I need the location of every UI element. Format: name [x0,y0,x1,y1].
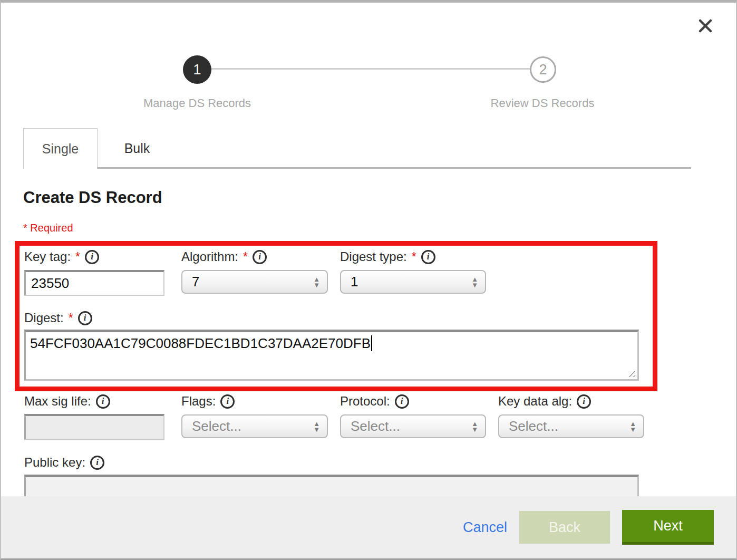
stepper-label-review: Review DS Records [491,96,595,110]
flags-select-value: Select... [192,418,241,435]
info-icon[interactable]: i [395,394,409,409]
flags-select[interactable]: Select... ▲▼ [181,414,328,438]
select-spinner-icon: ▲▼ [313,276,320,288]
info-icon[interactable]: i [421,250,435,264]
required-asterisk: * [69,311,73,325]
key-tag-input[interactable] [24,270,164,296]
info-icon[interactable]: i [78,311,92,325]
select-spinner-icon: ▲▼ [629,421,636,432]
stepper-step-2: 2 [530,56,556,83]
digest-textarea[interactable]: 54FCF030AA1C79C0088FDEC1BD1C37DAA2E70DFB [24,330,639,381]
key-data-alg-select[interactable]: Select... ▲▼ [498,414,644,438]
select-spinner-icon: ▲▼ [313,421,320,432]
select-spinner-icon: ▲▼ [471,421,478,432]
key-tag-label: Key tag: * i [24,249,99,264]
algorithm-label: Algorithm: * i [181,249,267,264]
info-icon[interactable]: i [577,394,591,409]
key-data-alg-select-value: Select... [509,418,558,435]
create-ds-record-dialog: 1 2 Manage DS Records Review DS Records … [0,0,737,560]
tab-bulk-label: Bulk [124,141,150,156]
info-icon[interactable]: i [220,394,235,409]
back-button[interactable]: Back [519,511,610,544]
info-icon[interactable]: i [90,456,104,470]
digest-type-label: Digest type: * i [340,249,435,264]
required-asterisk: * [75,250,80,264]
max-sig-life-label: Max sig life: i [24,394,110,409]
public-key-label: Public key: i [24,455,104,470]
required-asterisk: * [412,250,416,264]
step-number: 1 [193,62,201,78]
select-spinner-icon: ▲▼ [471,276,478,288]
digest-type-select[interactable]: 1 ▲▼ [340,270,486,294]
public-key-textarea[interactable] [24,475,639,496]
tab-bulk[interactable]: Bulk [98,128,177,169]
tab-single[interactable]: Single [23,128,98,169]
protocol-select[interactable]: Select... ▲▼ [340,414,486,438]
flags-label: Flags: i [181,394,235,409]
key-data-alg-label: Key data alg: i [498,394,591,409]
tab-single-label: Single [42,141,79,157]
algorithm-select-value: 7 [192,274,199,290]
info-icon[interactable]: i [253,250,267,264]
digest-type-select-value: 1 [351,274,358,290]
algorithm-select[interactable]: 7 ▲▼ [181,270,328,294]
dialog-footer: Cancel Back Next [1,496,736,558]
stepper-connector [211,68,531,70]
protocol-label: Protocol: i [340,394,409,409]
digest-value: 54FCF030AA1C79C0088FDEC1BD1C37DAA2E70DFB [30,335,371,351]
protocol-select-value: Select... [351,418,400,435]
stepper-step-1: 1 [183,55,211,84]
cancel-button[interactable]: Cancel [463,519,507,536]
info-icon[interactable]: i [85,250,99,264]
close-icon[interactable] [698,18,713,33]
required-note: * Required [23,222,73,234]
digest-label: Digest: * i [24,311,92,325]
next-button[interactable]: Next [622,510,714,545]
step-number: 2 [539,62,547,78]
max-sig-life-input[interactable] [24,414,164,440]
stepper-label-manage: Manage DS Records [143,96,251,110]
text-cursor [371,335,372,351]
info-icon[interactable]: i [96,394,110,409]
resize-grip-icon[interactable] [626,368,635,377]
required-asterisk: * [243,250,248,264]
page-title: Create DS Record [23,188,162,207]
